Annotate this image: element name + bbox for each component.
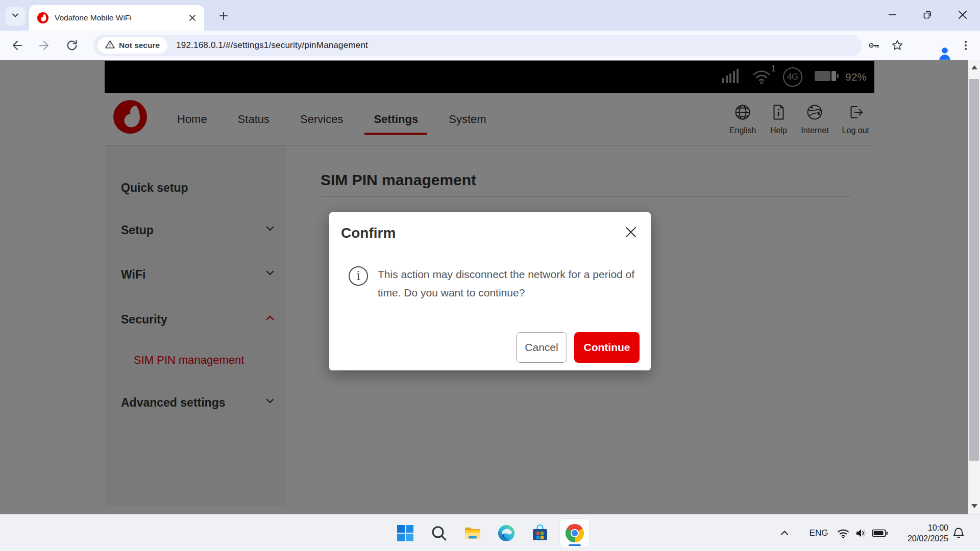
confirm-dialog: Confirm i This action may disconnect the… — [329, 212, 651, 370]
search-icon[interactable] — [428, 522, 450, 544]
browser-tab-strip: Vodafone Mobile WiFi — [0, 0, 980, 31]
tray-volume-icon[interactable] — [853, 526, 869, 540]
tray-wifi-icon[interactable] — [836, 526, 851, 540]
window-restore-button[interactable] — [910, 0, 945, 30]
start-button[interactable] — [394, 522, 416, 544]
active-app-indicator — [569, 544, 581, 546]
scrollbar-thumb[interactable] — [969, 79, 979, 461]
dialog-footer: Cancel Continue — [516, 332, 640, 363]
browser-tab[interactable]: Vodafone Mobile WiFi — [29, 5, 204, 31]
back-button[interactable] — [7, 35, 27, 56]
new-tab-button[interactable] — [214, 7, 233, 25]
address-bar[interactable]: Not secure 192.168.0.1/#/settings1/secur… — [93, 35, 862, 56]
vodafone-favicon-icon — [37, 12, 48, 23]
file-explorer-icon[interactable] — [461, 522, 484, 544]
security-chip-label: Not secure — [119, 41, 160, 50]
page-scrollbar[interactable] — [968, 60, 980, 514]
dialog-body: i This action may disconnect the network… — [349, 265, 635, 302]
screen: Vodafone Mobile WiFi — [0, 0, 980, 551]
cancel-button[interactable]: Cancel — [516, 332, 567, 363]
windows-taskbar: ENG 10:00 20/02/2025 — [0, 514, 980, 551]
info-icon: i — [349, 266, 368, 286]
password-manager-key-icon[interactable] — [864, 35, 884, 56]
bookmark-star-icon[interactable] — [887, 35, 908, 56]
tab-title: Vodafone Mobile WiFi — [55, 13, 186, 22]
tray-time: 10:00 — [928, 522, 948, 533]
window-controls — [874, 0, 980, 30]
window-minimize-button[interactable] — [874, 0, 910, 30]
reload-button[interactable] — [62, 35, 82, 56]
warning-icon — [105, 40, 115, 51]
continue-button[interactable]: Continue — [574, 332, 640, 363]
tray-date: 20/02/2025 — [908, 533, 948, 544]
tray-clock[interactable]: 10:00 20/02/2025 — [893, 522, 948, 544]
browser-toolbar: Not secure 192.168.0.1/#/settings1/secur… — [0, 31, 980, 60]
site-security-chip[interactable]: Not secure — [97, 37, 167, 54]
window-close-button[interactable] — [945, 0, 980, 30]
scrollbar-up-arrow[interactable] — [968, 63, 980, 71]
browser-menu-kebab-icon[interactable] — [955, 35, 976, 56]
notification-bell-icon[interactable] — [950, 526, 967, 540]
chevron-down-icon — [11, 11, 20, 22]
tab-search-button[interactable] — [5, 7, 26, 26]
chrome-browser-icon-active[interactable] — [560, 519, 589, 547]
tray-battery-icon[interactable] — [871, 526, 889, 540]
dialog-close-icon[interactable] — [623, 224, 639, 240]
microsoft-store-icon[interactable] — [529, 522, 551, 544]
tab-close-icon[interactable] — [186, 11, 199, 24]
url-text[interactable]: 192.168.0.1/#/settings1/security/pinMana… — [176, 40, 368, 51]
scrollbar-down-arrow[interactable] — [968, 502, 980, 510]
forward-button[interactable] — [34, 35, 55, 56]
tray-chevron-up-icon[interactable] — [777, 526, 792, 540]
profile-avatar[interactable] — [926, 34, 945, 53]
page-viewport: 1 4G 92% Home Status Services Settings S… — [0, 60, 980, 514]
edge-browser-icon[interactable] — [495, 522, 518, 544]
dialog-message: This action may disconnect the network f… — [378, 265, 635, 302]
dialog-title: Confirm — [341, 225, 396, 241]
language-indicator[interactable]: ENG — [806, 526, 831, 540]
